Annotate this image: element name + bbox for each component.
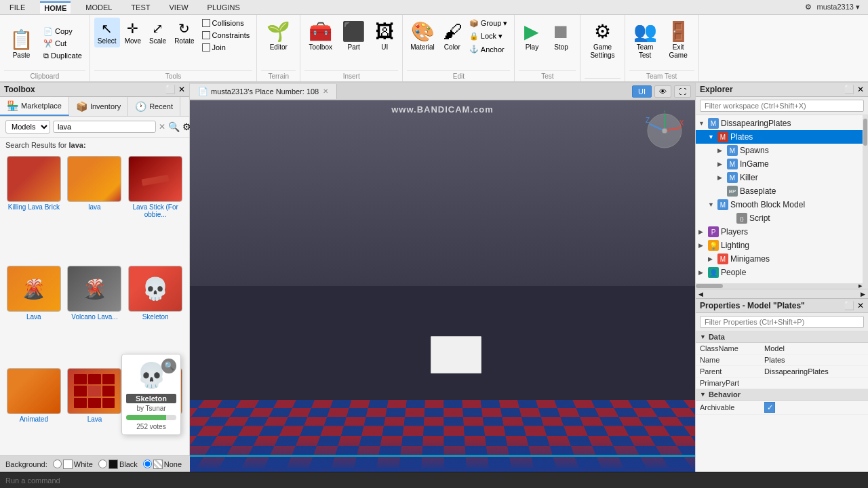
props-section-data[interactable]: ▼ Data bbox=[696, 331, 868, 343]
tree-item-players[interactable]: ▶ P Players bbox=[696, 225, 868, 239]
explorer-v-scroll[interactable] bbox=[863, 115, 868, 289]
exit-game-button[interactable]: 🚪 Exit Game bbox=[663, 18, 694, 69]
props-filter-input[interactable] bbox=[700, 316, 864, 328]
list-item[interactable]: 💀 Skeleton bbox=[127, 266, 184, 364]
tree-item-ingame[interactable]: ▶ M InGame bbox=[696, 157, 868, 171]
bg-none-option[interactable]: None bbox=[143, 460, 182, 469]
team-test-button[interactable]: 👥 Team Test bbox=[629, 18, 661, 69]
copy-button[interactable]: 📄Copy bbox=[40, 26, 85, 37]
explorer-filter-input[interactable] bbox=[700, 100, 864, 112]
explorer-restore-button[interactable]: ⬜ bbox=[844, 85, 854, 94]
tab-file[interactable]: FILE bbox=[5, 2, 29, 13]
select-button[interactable]: ↖ Select bbox=[94, 18, 120, 47]
test-label: Test bbox=[519, 70, 576, 80]
bottom-bar bbox=[0, 472, 868, 488]
part-button[interactable]: ⬛ Part bbox=[338, 18, 370, 69]
group-button[interactable]: 📦Group ▾ bbox=[467, 18, 511, 29]
tree-item-minigames[interactable]: ▶ M Minigames bbox=[696, 252, 868, 266]
tree-item-killer[interactable]: ▶ M Killer bbox=[696, 171, 868, 184]
collisions-button[interactable]: Collisions bbox=[199, 18, 253, 28]
tab-recent[interactable]: 🕐 Recent bbox=[128, 97, 180, 116]
list-item[interactable]: lava bbox=[66, 156, 123, 262]
search-input[interactable] bbox=[53, 121, 156, 133]
ui-view-button[interactable]: UI bbox=[632, 85, 652, 98]
insert-label: Insert bbox=[304, 70, 398, 80]
tree-item-spawns[interactable]: ▶ M Spawns bbox=[696, 144, 868, 157]
rotate-button[interactable]: ↻ Rotate bbox=[171, 18, 197, 47]
viewport-tab[interactable]: 📄 musta2313's Place Number: 108 ✕ bbox=[190, 84, 337, 99]
props-close-button[interactable]: ✕ bbox=[857, 301, 864, 310]
tree-item-plates[interactable]: ▼ M Plates bbox=[696, 130, 868, 144]
cut-button[interactable]: ✂️Cut bbox=[40, 38, 85, 49]
tree-item-script[interactable]: {} Script bbox=[696, 211, 868, 225]
props-row-name: Name Plates bbox=[696, 354, 868, 366]
search-submit-button[interactable]: 🔍 bbox=[168, 121, 180, 132]
material-button[interactable]: 🎨 Material bbox=[407, 18, 438, 54]
paste-button[interactable]: 📋 Paste bbox=[4, 18, 39, 69]
toolbox-restore-button[interactable]: ⬜ bbox=[165, 85, 176, 94]
tree-item-people[interactable]: ▶ 👤 People bbox=[696, 266, 868, 279]
tree-item-dissapearing-plates[interactable]: ▼ M DissapearingPlates bbox=[696, 117, 868, 130]
fullscreen-button[interactable]: ⛶ bbox=[674, 85, 691, 98]
team-test-label: Team Test bbox=[629, 70, 694, 80]
tab-model[interactable]: MODEL bbox=[81, 2, 116, 13]
bg-label: Background: bbox=[5, 460, 47, 468]
model-name: Lava bbox=[26, 313, 41, 321]
move-button[interactable]: ✛ Move bbox=[121, 18, 144, 47]
game-settings-button[interactable]: ⚙ Game Settings bbox=[585, 18, 620, 77]
explorer-h-scroll[interactable] bbox=[696, 283, 863, 289]
tab-inventory[interactable]: 📦 Inventory bbox=[69, 97, 128, 116]
toolbox-close-button[interactable]: ✕ bbox=[178, 85, 185, 94]
tab-home[interactable]: HOME bbox=[40, 1, 71, 14]
play-button[interactable]: ▶ Play bbox=[519, 18, 545, 69]
props-restore-button[interactable]: ⬜ bbox=[844, 301, 854, 310]
list-item[interactable]: Killing Lava Brick bbox=[5, 156, 62, 262]
list-item[interactable]: Lava Stick (For obbie... bbox=[127, 156, 184, 262]
skeleton-rating-bar bbox=[126, 415, 176, 420]
tab-test[interactable]: TEST bbox=[127, 2, 154, 13]
bg-black-option[interactable]: Black bbox=[98, 460, 138, 469]
anchor-button[interactable]: ⚓Anchor bbox=[467, 43, 511, 55]
join-button[interactable]: Join bbox=[199, 42, 253, 53]
tree-item-smooth-block[interactable]: ▼ M Smooth Block Model bbox=[696, 198, 868, 211]
duplicate-button[interactable]: ⧉Duplicate bbox=[40, 50, 85, 62]
tab-marketplace[interactable]: 🏪 Marketplace bbox=[0, 97, 69, 116]
tools-label: Tools bbox=[94, 70, 252, 80]
search-clear-button[interactable]: ✕ bbox=[159, 122, 165, 131]
bg-white-option[interactable]: White bbox=[53, 460, 93, 469]
skeleton-votes: 252 votes bbox=[126, 423, 176, 430]
list-item[interactable]: 🌋 Lava bbox=[5, 266, 62, 364]
constraints-button[interactable]: Constraints bbox=[199, 30, 253, 41]
command-input[interactable] bbox=[5, 476, 863, 485]
tab-view[interactable]: VIEW bbox=[165, 2, 192, 13]
properties-header: Properties - Model "Plates" ⬜ ✕ bbox=[696, 299, 868, 313]
toolbox-button[interactable]: 🧰 Toolbox bbox=[304, 18, 336, 69]
search-overlay-icon[interactable]: 🔍 bbox=[161, 359, 176, 373]
lock-button[interactable]: 🔒Lock ▾ bbox=[467, 30, 511, 42]
tab-plugins[interactable]: PLUGINS bbox=[203, 2, 244, 13]
list-item[interactable]: 🌋 Volcano Lava... bbox=[66, 266, 123, 364]
model-name: Killing Lava Brick bbox=[8, 203, 60, 211]
viewport-tab-close[interactable]: ✕ bbox=[323, 87, 328, 95]
scale-button[interactable]: ⤢ Scale bbox=[146, 18, 170, 47]
camera-button[interactable]: 👁 bbox=[654, 85, 671, 98]
right-panel: Explorer ⬜ ✕ ▼ M DissapearingPlates ▼ bbox=[695, 83, 868, 472]
model-type-select[interactable]: Models bbox=[5, 120, 50, 134]
list-item[interactable]: Lava bbox=[66, 368, 123, 466]
archivable-checkbox[interactable]: ✓ bbox=[764, 402, 775, 413]
list-item[interactable]: Animated bbox=[5, 368, 62, 466]
editor-button[interactable]: 🌱 Editor bbox=[261, 18, 296, 69]
ui-button[interactable]: 🖼 UI bbox=[371, 18, 398, 69]
skeleton-author: by Tsunar bbox=[126, 405, 176, 412]
stop-button[interactable]: ⏹ Stop bbox=[546, 18, 576, 69]
scene-white-box bbox=[431, 336, 481, 373]
skeleton-tooltip: 🔍 💀 Skeleton by Tsunar 252 votes bbox=[121, 354, 181, 435]
explorer-expand-row[interactable]: ◀ ▶ bbox=[696, 289, 868, 298]
tree-item-lighting[interactable]: ▶ 💡 Lighting bbox=[696, 239, 868, 252]
props-section-behavior[interactable]: ▼ Behavior bbox=[696, 389, 868, 401]
tree-item-baseplate[interactable]: BP Baseplate bbox=[696, 184, 868, 198]
help-icon[interactable]: ⚙ bbox=[805, 3, 812, 12]
model-name: Skeleton bbox=[142, 313, 169, 321]
color-button[interactable]: 🖌 Color bbox=[439, 18, 465, 54]
explorer-close-button[interactable]: ✕ bbox=[857, 85, 864, 94]
